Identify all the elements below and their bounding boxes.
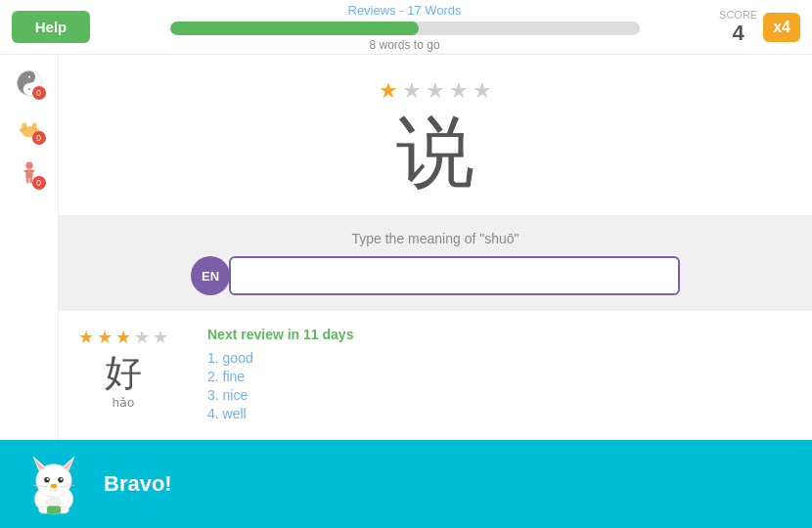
header: Help Reviews - 17 Words 8 words to go SC… bbox=[0, 0, 812, 55]
bravo-text: Bravo! bbox=[104, 471, 172, 497]
answer-input[interactable] bbox=[229, 256, 680, 295]
progress-bar-fill bbox=[170, 22, 419, 35]
svg-point-10 bbox=[25, 162, 32, 169]
score-multiplier: x4 bbox=[763, 13, 800, 42]
figure-badge: 0 bbox=[32, 176, 46, 190]
prev-star-2: ★ bbox=[97, 327, 113, 348]
words-to-go: 8 words to go bbox=[370, 38, 440, 52]
card-top: ★ ★ ★ ★ ★ 说 bbox=[59, 55, 812, 215]
star-1: ★ bbox=[379, 78, 398, 104]
input-area: Type the meaning of "shuō" EN bbox=[59, 215, 812, 311]
meaning-3: 3. nice bbox=[207, 387, 792, 403]
meanings-list: 1. good 2. fine 3. nice 4. well bbox=[207, 350, 792, 421]
previous-word: ★ ★ ★ ★ ★ 好 hǎo bbox=[78, 327, 168, 410]
svg-rect-32 bbox=[47, 506, 61, 513]
progress-bar-background bbox=[170, 22, 640, 35]
prev-star-4: ★ bbox=[134, 327, 150, 348]
next-review-unit: days bbox=[323, 327, 354, 342]
svg-point-4 bbox=[27, 88, 29, 90]
next-review-days: 11 bbox=[303, 327, 319, 342]
svg-point-8 bbox=[20, 127, 23, 132]
reviews-title: Reviews - 17 Words bbox=[348, 3, 462, 18]
center-panel: ★ ★ ★ ★ ★ 说 Type the meaning of "shuō" E… bbox=[59, 55, 812, 440]
svg-point-25 bbox=[61, 478, 63, 480]
input-prompt: Type the meaning of "shuō" bbox=[351, 231, 519, 246]
fox-mascot-icon bbox=[20, 450, 88, 518]
next-review-section: Next review in 11 days 1. good 2. fine 3… bbox=[207, 327, 792, 424]
star-3: ★ bbox=[426, 78, 445, 104]
prev-star-1: ★ bbox=[78, 327, 94, 348]
meaning-2: 2. fine bbox=[207, 369, 792, 384]
sidebar-item-paw[interactable]: 0 bbox=[11, 110, 48, 147]
yinyang-badge: 0 bbox=[32, 86, 46, 100]
input-row: EN bbox=[191, 256, 680, 295]
score-value: 4 bbox=[719, 21, 757, 46]
previous-word-stars: ★ ★ ★ ★ ★ bbox=[78, 327, 168, 348]
svg-rect-12 bbox=[23, 170, 27, 172]
language-badge: EN bbox=[191, 256, 230, 295]
main-area: 0 0 0 bbox=[0, 55, 812, 440]
svg-point-3 bbox=[27, 76, 29, 78]
star-5: ★ bbox=[473, 78, 492, 104]
star-4: ★ bbox=[449, 78, 469, 104]
chinese-character: 说 bbox=[396, 113, 474, 192]
score-label: SCORE bbox=[719, 9, 757, 21]
star-2: ★ bbox=[402, 78, 422, 104]
svg-point-26 bbox=[51, 484, 58, 489]
meaning-4: 4. well bbox=[207, 406, 792, 421]
sidebar-item-yinyang[interactable]: 0 bbox=[11, 65, 48, 102]
paw-badge: 0 bbox=[32, 131, 46, 145]
previous-pinyin: hǎo bbox=[113, 395, 134, 410]
svg-rect-13 bbox=[31, 170, 35, 172]
score-section: SCORE 4 x4 bbox=[719, 9, 800, 46]
prev-star-5: ★ bbox=[153, 327, 168, 348]
next-review-prefix: Next review in bbox=[207, 327, 299, 342]
sidebar: 0 0 0 bbox=[0, 55, 59, 440]
previous-character: 好 bbox=[105, 354, 142, 391]
svg-point-24 bbox=[47, 478, 49, 480]
meaning-1: 1. good bbox=[207, 350, 792, 366]
help-button[interactable]: Help bbox=[12, 11, 90, 43]
prev-star-3: ★ bbox=[115, 327, 131, 348]
mascot bbox=[20, 450, 88, 518]
svg-rect-14 bbox=[25, 179, 28, 184]
next-review-label: Next review in 11 days bbox=[207, 327, 792, 342]
sidebar-item-figure[interactable]: 0 bbox=[11, 154, 48, 192]
score-display: SCORE 4 bbox=[719, 9, 757, 46]
progress-section: Reviews - 17 Words 8 words to go bbox=[90, 3, 719, 52]
bottom-panel: ★ ★ ★ ★ ★ 好 hǎo Next review in 11 days 1… bbox=[59, 311, 812, 440]
bottom-bar: Bravo! bbox=[0, 440, 812, 528]
current-stars: ★ ★ ★ ★ ★ bbox=[379, 78, 492, 104]
